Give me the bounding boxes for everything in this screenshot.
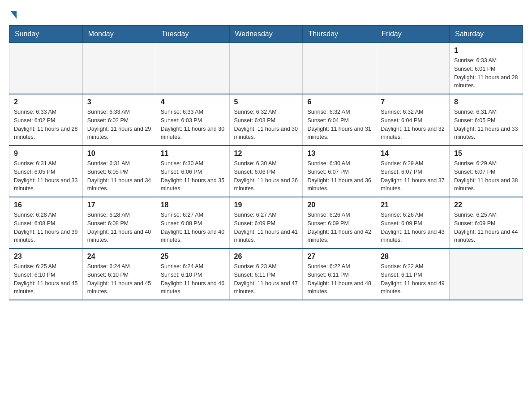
calendar-cell: 10Sunrise: 6:31 AM Sunset: 6:05 PM Dayli… <box>82 146 156 197</box>
day-number: 24 <box>87 253 151 261</box>
weekday-header-monday: Monday <box>82 26 156 43</box>
calendar-week-row: 23Sunrise: 6:25 AM Sunset: 6:10 PM Dayli… <box>9 248 523 300</box>
calendar-week-row: 2Sunrise: 6:33 AM Sunset: 6:02 PM Daylig… <box>9 94 523 146</box>
day-number: 12 <box>234 150 298 158</box>
day-info: Sunrise: 6:29 AM Sunset: 6:07 PM Dayligh… <box>454 159 518 193</box>
day-info: Sunrise: 6:33 AM Sunset: 6:02 PM Dayligh… <box>14 108 78 141</box>
calendar-cell: 3Sunrise: 6:33 AM Sunset: 6:02 PM Daylig… <box>82 94 156 146</box>
calendar-cell <box>450 248 523 300</box>
weekday-header-sunday: Sunday <box>9 26 83 43</box>
day-number: 15 <box>454 150 518 158</box>
day-info: Sunrise: 6:31 AM Sunset: 6:05 PM Dayligh… <box>454 108 518 141</box>
calendar-cell <box>229 43 303 94</box>
day-number: 11 <box>161 150 225 158</box>
calendar-week-row: 16Sunrise: 6:28 AM Sunset: 6:08 PM Dayli… <box>9 197 523 248</box>
calendar-cell: 13Sunrise: 6:30 AM Sunset: 6:07 PM Dayli… <box>303 146 376 197</box>
weekday-header-friday: Friday <box>376 26 450 43</box>
day-number: 2 <box>14 98 78 106</box>
calendar-cell: 28Sunrise: 6:22 AM Sunset: 6:11 PM Dayli… <box>376 248 450 300</box>
day-number: 8 <box>454 98 518 106</box>
weekday-header-saturday: Saturday <box>450 26 523 43</box>
day-info: Sunrise: 6:28 AM Sunset: 6:08 PM Dayligh… <box>14 211 78 244</box>
calendar-cell <box>82 43 156 94</box>
calendar-cell: 1Sunrise: 6:33 AM Sunset: 6:01 PM Daylig… <box>450 43 523 94</box>
calendar-cell: 25Sunrise: 6:24 AM Sunset: 6:10 PM Dayli… <box>156 248 229 300</box>
day-number: 17 <box>87 201 151 209</box>
day-number: 7 <box>381 98 445 106</box>
day-info: Sunrise: 6:30 AM Sunset: 6:07 PM Dayligh… <box>307 159 371 193</box>
calendar-cell: 23Sunrise: 6:25 AM Sunset: 6:10 PM Dayli… <box>9 248 83 300</box>
calendar-cell: 14Sunrise: 6:29 AM Sunset: 6:07 PM Dayli… <box>376 146 450 197</box>
day-number: 13 <box>307 150 371 158</box>
day-number: 4 <box>161 98 225 106</box>
day-info: Sunrise: 6:23 AM Sunset: 6:11 PM Dayligh… <box>234 262 298 296</box>
day-info: Sunrise: 6:33 AM Sunset: 6:01 PM Dayligh… <box>454 56 518 90</box>
calendar-week-row: 1Sunrise: 6:33 AM Sunset: 6:01 PM Daylig… <box>9 43 523 94</box>
calendar-cell: 9Sunrise: 6:31 AM Sunset: 6:05 PM Daylig… <box>9 146 83 197</box>
logo-arrow-icon <box>10 11 17 19</box>
day-info: Sunrise: 6:32 AM Sunset: 6:04 PM Dayligh… <box>381 108 445 141</box>
calendar-cell: 11Sunrise: 6:30 AM Sunset: 6:06 PM Dayli… <box>156 146 229 197</box>
day-number: 28 <box>381 253 445 261</box>
calendar-cell: 2Sunrise: 6:33 AM Sunset: 6:02 PM Daylig… <box>9 94 83 146</box>
day-info: Sunrise: 6:29 AM Sunset: 6:07 PM Dayligh… <box>381 159 445 193</box>
day-info: Sunrise: 6:26 AM Sunset: 6:09 PM Dayligh… <box>381 211 445 244</box>
calendar-cell <box>376 43 450 94</box>
day-number: 6 <box>307 98 371 106</box>
calendar-cell: 16Sunrise: 6:28 AM Sunset: 6:08 PM Dayli… <box>9 197 83 248</box>
day-number: 16 <box>14 201 78 209</box>
day-info: Sunrise: 6:22 AM Sunset: 6:11 PM Dayligh… <box>307 262 371 296</box>
day-number: 25 <box>161 253 225 261</box>
calendar-table: SundayMondayTuesdayWednesdayThursdayFrid… <box>9 25 523 300</box>
page-header <box>9 9 523 18</box>
day-info: Sunrise: 6:26 AM Sunset: 6:09 PM Dayligh… <box>307 211 371 244</box>
calendar-cell: 7Sunrise: 6:32 AM Sunset: 6:04 PM Daylig… <box>376 94 450 146</box>
day-number: 5 <box>234 98 298 106</box>
weekday-header-thursday: Thursday <box>303 26 376 43</box>
day-number: 19 <box>234 201 298 209</box>
day-info: Sunrise: 6:25 AM Sunset: 6:09 PM Dayligh… <box>454 211 518 244</box>
calendar-cell: 12Sunrise: 6:30 AM Sunset: 6:06 PM Dayli… <box>229 146 303 197</box>
day-number: 22 <box>454 201 518 209</box>
day-info: Sunrise: 6:33 AM Sunset: 6:02 PM Dayligh… <box>87 108 151 141</box>
day-info: Sunrise: 6:33 AM Sunset: 6:03 PM Dayligh… <box>161 108 225 141</box>
logo <box>9 9 17 18</box>
day-info: Sunrise: 6:27 AM Sunset: 6:09 PM Dayligh… <box>234 211 298 244</box>
day-info: Sunrise: 6:25 AM Sunset: 6:10 PM Dayligh… <box>14 262 78 296</box>
day-info: Sunrise: 6:28 AM Sunset: 6:08 PM Dayligh… <box>87 211 151 244</box>
calendar-cell: 22Sunrise: 6:25 AM Sunset: 6:09 PM Dayli… <box>450 197 523 248</box>
day-info: Sunrise: 6:32 AM Sunset: 6:03 PM Dayligh… <box>234 108 298 141</box>
day-info: Sunrise: 6:22 AM Sunset: 6:11 PM Dayligh… <box>381 262 445 296</box>
calendar-cell: 27Sunrise: 6:22 AM Sunset: 6:11 PM Dayli… <box>303 248 376 300</box>
day-number: 18 <box>161 201 225 209</box>
calendar-cell: 20Sunrise: 6:26 AM Sunset: 6:09 PM Dayli… <box>303 197 376 248</box>
calendar-cell <box>303 43 376 94</box>
weekday-header-row: SundayMondayTuesdayWednesdayThursdayFrid… <box>9 26 523 43</box>
day-info: Sunrise: 6:31 AM Sunset: 6:05 PM Dayligh… <box>14 159 78 193</box>
day-number: 26 <box>234 253 298 261</box>
calendar-cell <box>156 43 229 94</box>
day-info: Sunrise: 6:31 AM Sunset: 6:05 PM Dayligh… <box>87 159 151 193</box>
calendar-cell: 15Sunrise: 6:29 AM Sunset: 6:07 PM Dayli… <box>450 146 523 197</box>
day-number: 20 <box>307 201 371 209</box>
day-number: 21 <box>381 201 445 209</box>
calendar-cell: 6Sunrise: 6:32 AM Sunset: 6:04 PM Daylig… <box>303 94 376 146</box>
day-number: 3 <box>87 98 151 106</box>
calendar-cell: 19Sunrise: 6:27 AM Sunset: 6:09 PM Dayli… <box>229 197 303 248</box>
calendar-cell: 8Sunrise: 6:31 AM Sunset: 6:05 PM Daylig… <box>450 94 523 146</box>
day-info: Sunrise: 6:32 AM Sunset: 6:04 PM Dayligh… <box>307 108 371 141</box>
day-number: 10 <box>87 150 151 158</box>
calendar-cell: 26Sunrise: 6:23 AM Sunset: 6:11 PM Dayli… <box>229 248 303 300</box>
day-number: 1 <box>454 47 518 55</box>
day-info: Sunrise: 6:27 AM Sunset: 6:08 PM Dayligh… <box>161 211 225 244</box>
weekday-header-wednesday: Wednesday <box>229 26 303 43</box>
calendar-cell: 17Sunrise: 6:28 AM Sunset: 6:08 PM Dayli… <box>82 197 156 248</box>
day-number: 27 <box>307 253 371 261</box>
calendar-week-row: 9Sunrise: 6:31 AM Sunset: 6:05 PM Daylig… <box>9 146 523 197</box>
calendar-cell: 21Sunrise: 6:26 AM Sunset: 6:09 PM Dayli… <box>376 197 450 248</box>
day-info: Sunrise: 6:30 AM Sunset: 6:06 PM Dayligh… <box>234 159 298 193</box>
day-info: Sunrise: 6:30 AM Sunset: 6:06 PM Dayligh… <box>161 159 225 193</box>
calendar-cell: 24Sunrise: 6:24 AM Sunset: 6:10 PM Dayli… <box>82 248 156 300</box>
weekday-header-tuesday: Tuesday <box>156 26 229 43</box>
calendar-cell <box>9 43 83 94</box>
